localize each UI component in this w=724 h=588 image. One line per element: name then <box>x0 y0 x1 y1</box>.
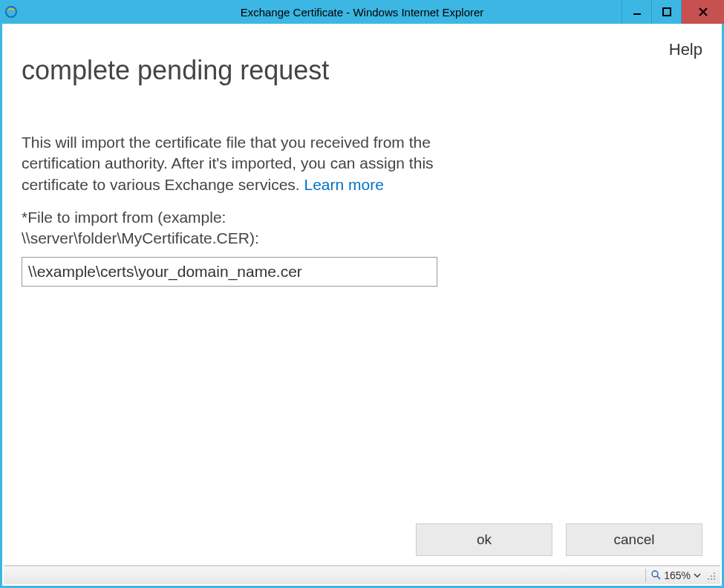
page-title: complete pending request <box>22 55 702 86</box>
status-bar: 165% <box>4 565 720 584</box>
close-button[interactable] <box>681 0 724 24</box>
svg-point-3 <box>652 571 658 577</box>
svg-rect-2 <box>663 8 671 16</box>
content-wrap: Help complete pending request This will … <box>2 24 722 586</box>
zoom-level: 165% <box>664 569 691 581</box>
ie-icon <box>4 5 18 19</box>
resize-grip-icon[interactable] <box>705 570 716 581</box>
button-bar: ok cancel <box>22 523 702 565</box>
cancel-button[interactable]: cancel <box>566 523 702 556</box>
status-separator <box>645 569 646 582</box>
file-input-label: *File to import from (example: \\server\… <box>22 207 437 249</box>
dialog-window: Exchange Certificate - Windows Internet … <box>0 0 724 588</box>
magnifier-icon <box>650 569 661 582</box>
dialog-content: Help complete pending request This will … <box>4 24 720 565</box>
ok-button[interactable]: ok <box>416 523 552 556</box>
chevron-down-icon <box>694 569 701 581</box>
svg-point-5 <box>714 572 715 574</box>
window-controls <box>622 0 724 24</box>
svg-point-8 <box>714 578 715 580</box>
svg-point-9 <box>711 578 712 580</box>
help-link[interactable]: Help <box>669 40 702 59</box>
zoom-control[interactable]: 165% <box>650 569 701 582</box>
learn-more-link[interactable]: Learn more <box>304 176 384 193</box>
svg-point-10 <box>708 578 709 580</box>
window-title: Exchange Certificate - Windows Internet … <box>0 6 724 19</box>
minimize-button[interactable] <box>622 0 651 24</box>
window-titlebar[interactable]: Exchange Certificate - Windows Internet … <box>0 0 724 24</box>
svg-rect-1 <box>633 13 641 15</box>
svg-point-7 <box>711 575 712 577</box>
svg-line-4 <box>657 576 660 579</box>
maximize-button[interactable] <box>651 0 681 24</box>
description-text: This will import the certificate file th… <box>22 132 437 195</box>
svg-point-6 <box>714 575 715 577</box>
file-path-input[interactable] <box>22 257 437 287</box>
